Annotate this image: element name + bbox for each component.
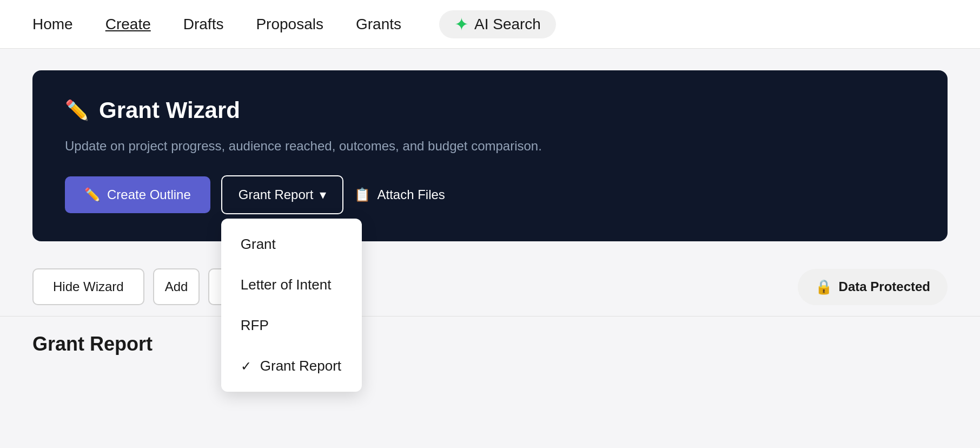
attach-files-icon: 📋 (354, 187, 370, 202)
dropdown-grant-label: Grant (241, 236, 276, 253)
add-button[interactable]: Add (153, 268, 200, 305)
ai-search-label: AI Search (474, 16, 541, 33)
create-outline-label: Create Outline (107, 187, 191, 202)
chevron-down-icon: ▾ (320, 187, 326, 202)
nav-drafts[interactable]: Drafts (183, 16, 224, 33)
wizard-title-row: ✏️ Grant Wizard (65, 97, 915, 123)
grant-report-dropdown-wrapper: Grant Report ▾ Grant Letter of Intent RF… (221, 175, 344, 214)
check-icon: ✓ (241, 359, 251, 374)
grant-report-label: Grant Report (239, 187, 314, 202)
bottom-section: Grant Report (32, 317, 948, 355)
create-outline-icon: ✏️ (84, 187, 101, 202)
dropdown-grant-report-label: Grant Report (260, 358, 341, 374)
ai-search-button[interactable]: ✦ AI Search (439, 10, 556, 38)
nav-grants[interactable]: Grants (356, 16, 401, 33)
wizard-actions: ✏️ Create Outline Grant Report ▾ Grant L… (65, 175, 915, 214)
hide-wizard-button[interactable]: Hide Wizard (32, 268, 144, 305)
nav-home[interactable]: Home (32, 16, 73, 33)
dropdown-item-grant-report[interactable]: ✓ Grant Report (221, 346, 362, 386)
grant-report-button[interactable]: Grant Report ▾ (221, 175, 344, 214)
nav-create[interactable]: Create (105, 16, 151, 33)
data-protected-badge: 🔒 Data Protected (798, 269, 948, 305)
wizard-card: ✏️ Grant Wizard Update on project progre… (32, 70, 948, 241)
attach-files-label: Attach Files (377, 187, 445, 202)
dropdown-letter-label: Letter of Intent (241, 276, 332, 293)
dropdown-item-letter-of-intent[interactable]: Letter of Intent (221, 265, 362, 305)
main-content: ✏️ Grant Wizard Update on project progre… (0, 49, 980, 355)
dropdown-rfp-label: RFP (241, 317, 269, 334)
data-protected-label: Data Protected (839, 279, 930, 294)
wizard-subtitle: Update on project progress, audience rea… (65, 139, 915, 154)
ai-star-icon: ✦ (454, 16, 469, 33)
lock-icon: 🔒 (815, 279, 832, 295)
lower-toolbar: Hide Wizard Add p 🔒 Data Protected (32, 258, 948, 316)
wizard-title-text: Grant Wizard (99, 97, 240, 123)
grant-report-dropdown-menu: Grant Letter of Intent RFP ✓ Grant Repor… (221, 219, 362, 392)
attach-files-button[interactable]: 📋 Attach Files (354, 187, 445, 202)
wizard-icon: ✏️ (65, 99, 89, 122)
dropdown-item-rfp[interactable]: RFP (221, 305, 362, 346)
dropdown-item-grant[interactable]: Grant (221, 224, 362, 265)
nav-proposals[interactable]: Proposals (256, 16, 323, 33)
bottom-title: Grant Report (32, 333, 948, 355)
navigation: Home Create Drafts Proposals Grants ✦ AI… (0, 0, 980, 49)
create-outline-button[interactable]: ✏️ Create Outline (65, 176, 210, 213)
